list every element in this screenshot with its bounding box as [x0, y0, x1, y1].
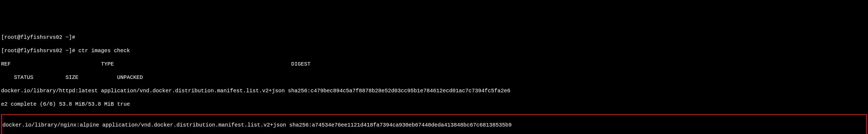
image-row-2a: docker.io/library/nginx:alpine applicati…	[2, 122, 866, 128]
highlight-box: docker.io/library/nginx:alpine applicati…	[1, 114, 867, 134]
header-ref: REF	[1, 61, 11, 67]
terminal-window[interactable]: [root@flyfishsrvs02 ~]# [root@flyfishsrv…	[0, 27, 868, 134]
header-digest: DIGEST	[291, 61, 310, 67]
prompt-line: [root@flyfishsrvs02 ~]#	[1, 34, 867, 41]
image-row-1a: docker.io/library/httpd:latest applicati…	[1, 87, 867, 94]
header-line: REF TYPE DIGEST	[1, 61, 867, 68]
image-row-1b: e2 complete (6/6) 53.8 MiB/53.8 MiB true	[1, 101, 867, 107]
header-type: TYPE	[101, 61, 114, 67]
command-line: [root@flyfishsrvs02 ~]# ctr images check	[1, 47, 867, 54]
header-line-2: STATUS SIZE UNPACKED	[1, 74, 867, 81]
